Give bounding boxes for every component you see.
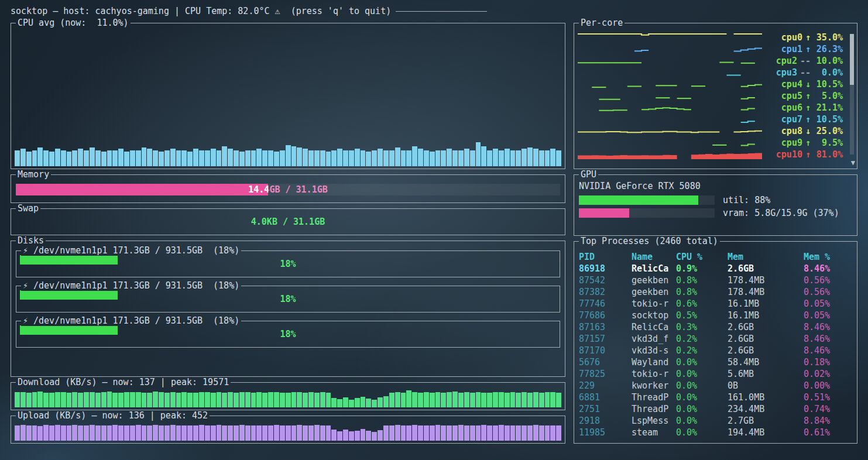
- process-row[interactable]: 87157 vkd3d_f 0.2% 2.6GB 8.46%: [579, 333, 852, 345]
- process-pid: 87157: [579, 333, 632, 345]
- top-processes-panel: Top Processes (2460 total) PID Name CPU …: [574, 241, 857, 444]
- process-name: vkd3d-s: [632, 345, 676, 356]
- scroll-down-icon[interactable]: ▼: [851, 159, 855, 166]
- process-row[interactable]: 11985 steam 0.0% 194.4MB 0.61%: [579, 427, 852, 438]
- process-cpu: 0.0%: [676, 392, 728, 403]
- memory-bar: 14.4GB / 31.1GB 14.4GB / 31.1GB: [16, 184, 560, 195]
- process-pid: 77825: [579, 368, 632, 380]
- disk-device: /dev/nvme1n1p1: [33, 245, 107, 256]
- disks-panel: Disks ⚡/dev/nvme1n1p1171.3GB / 931.5GB (…: [11, 241, 565, 377]
- core-sparkline: [578, 91, 762, 101]
- process-mem: 2.6GB: [728, 333, 804, 345]
- core-value: 0.0%: [814, 67, 843, 78]
- core-label: cpu10↑81.0%: [767, 149, 843, 160]
- per-core-scrollbar[interactable]: [850, 34, 854, 155]
- process-cpu: 0.2%: [676, 333, 728, 345]
- upload-history-chart: [15, 423, 561, 441]
- core-value: 10.5%: [814, 114, 843, 125]
- disk-device: /dev/nvme1n1p1: [33, 280, 107, 291]
- process-row[interactable]: 77825 tokio-r 0.0% 5.6MB 0.02%: [579, 368, 852, 380]
- core-trend-icon: ↑: [805, 138, 811, 148]
- process-pid: 77686: [579, 310, 632, 321]
- core-label: cpu5↑5.0%: [767, 91, 843, 101]
- process-memp: 0.00%: [804, 380, 852, 392]
- process-row[interactable]: 87382 geekben 0.8% 178.4MB 0.56%: [579, 286, 852, 298]
- process-memp: 8.46%: [804, 345, 852, 356]
- process-memp: 8.46%: [804, 321, 852, 333]
- process-row[interactable]: 229 kworker 0.0% 0B 0.00%: [579, 380, 852, 392]
- titlebar: socktop — host: cachyos-gaming | CPU Tem…: [11, 5, 857, 18]
- gpu-util-row: util: 88%: [579, 195, 852, 205]
- process-cpu: 0.0%: [676, 415, 728, 427]
- core-sparkline: [578, 103, 762, 112]
- process-row[interactable]: 77746 tokio-r 0.6% 16.1MB 0.05%: [579, 298, 852, 310]
- disk-item: ⚡/dev/nvme1n1p1171.3GB / 931.5GB (18%) 1…: [16, 286, 560, 313]
- process-row[interactable]: 87163 RelicCa 0.3% 2.6GB 8.46%: [579, 321, 852, 333]
- swap-title: Swap: [16, 203, 40, 214]
- process-mem: 234.4MB: [728, 403, 804, 415]
- process-mem: 16.1MB: [728, 310, 804, 321]
- core-row-cpu1: cpu1↑26.3%: [578, 43, 843, 55]
- process-pid: 87382: [579, 286, 632, 298]
- process-row[interactable]: 5676 Wayland 0.0% 58.4MB 0.18%: [579, 356, 852, 368]
- core-name: cpu5: [781, 91, 802, 101]
- process-row[interactable]: 2751 ThreadP 0.0% 234.4MB 0.74%: [579, 403, 852, 415]
- core-row-cpu3: cpu3--0.0%: [578, 67, 843, 78]
- process-name: steam: [632, 427, 676, 438]
- core-trend-icon: ↑: [805, 102, 811, 113]
- disk-icon: ⚡: [23, 315, 28, 326]
- core-value: 21.1%: [814, 102, 843, 113]
- core-row-cpu9: cpu9↑9.5%: [578, 137, 843, 149]
- core-label: cpu7↑10.5%: [767, 114, 843, 125]
- process-table-header: PID Name CPU % Mem Mem %: [579, 251, 852, 263]
- process-name: kworker: [632, 380, 676, 392]
- disk-item: ⚡/dev/nvme1n1p1171.3GB / 931.5GB (18%) 1…: [16, 321, 560, 348]
- process-name: tokio-r: [632, 368, 676, 380]
- process-row[interactable]: 86918 RelicCa 0.9% 2.6GB 8.46%: [579, 263, 852, 274]
- core-sparkline: [578, 138, 762, 147]
- process-cpu: 0.0%: [676, 356, 728, 368]
- process-row[interactable]: 77686 socktop 0.5% 16.1MB 0.05%: [579, 310, 852, 321]
- disk-usage: 171.3GB / 931.5GB (18%): [112, 315, 239, 326]
- process-pid: 229: [579, 380, 632, 392]
- process-row[interactable]: 2918 LspMess 0.0% 2.7GB 8.84%: [579, 415, 852, 427]
- memory-title: Memory: [16, 169, 51, 180]
- cpu-history-chart: [15, 33, 561, 166]
- core-value: 5.0%: [814, 91, 843, 101]
- process-cpu: 0.6%: [676, 298, 728, 310]
- process-memp: 0.51%: [804, 392, 852, 403]
- core-sparkline: [578, 33, 762, 42]
- process-name: ThreadP: [632, 403, 676, 415]
- core-name: cpu9: [781, 138, 802, 148]
- process-mem: 58.4MB: [728, 356, 804, 368]
- process-pid: 87542: [579, 274, 632, 286]
- process-mem: 2.7GB: [728, 415, 804, 427]
- process-cpu: 0.2%: [676, 345, 728, 356]
- process-row[interactable]: 87170 vkd3d-s 0.2% 2.6GB 8.46%: [579, 345, 852, 356]
- memory-usage-label-overlay: 14.4GB / 31.1GB: [16, 184, 268, 195]
- process-cpu: 0.9%: [676, 263, 728, 274]
- process-cpu: 0.5%: [676, 310, 728, 321]
- core-name: cpu4: [781, 79, 802, 90]
- process-pid: 2751: [579, 403, 632, 415]
- core-row-cpu5: cpu5↑5.0%: [578, 90, 843, 102]
- core-row-cpu2: cpu2--10.0%: [578, 55, 843, 67]
- process-memp: 0.56%: [804, 274, 852, 286]
- core-value: 35.0%: [814, 32, 843, 43]
- process-name: Wayland: [632, 356, 676, 368]
- core-row-cpu4: cpu4↓10.5%: [578, 78, 843, 90]
- process-row[interactable]: 6881 ThreadP 0.0% 161.0MB 0.51%: [579, 392, 852, 403]
- right-column: Per-core cpu0↑35.0% cpu1↑26.3% cpu2--10.…: [574, 18, 857, 444]
- scrollbar-thumb[interactable]: [850, 34, 854, 85]
- gpu-util-bar-fill: [579, 195, 698, 205]
- column-mem: Mem: [728, 251, 804, 263]
- core-label: cpu3--0.0%: [767, 67, 843, 78]
- core-trend-icon: ↑: [805, 149, 811, 160]
- core-value: 10.5%: [814, 79, 843, 90]
- process-row[interactable]: 87542 geekben 0.8% 178.4MB 0.56%: [579, 274, 852, 286]
- process-mem: 16.1MB: [728, 298, 804, 310]
- gpu-title: GPU: [579, 169, 598, 180]
- memory-label-clip: 14.4GB / 31.1GB: [16, 184, 268, 195]
- core-row-cpu0: cpu0↑35.0%: [578, 32, 843, 43]
- core-label: cpu2--10.0%: [767, 56, 843, 66]
